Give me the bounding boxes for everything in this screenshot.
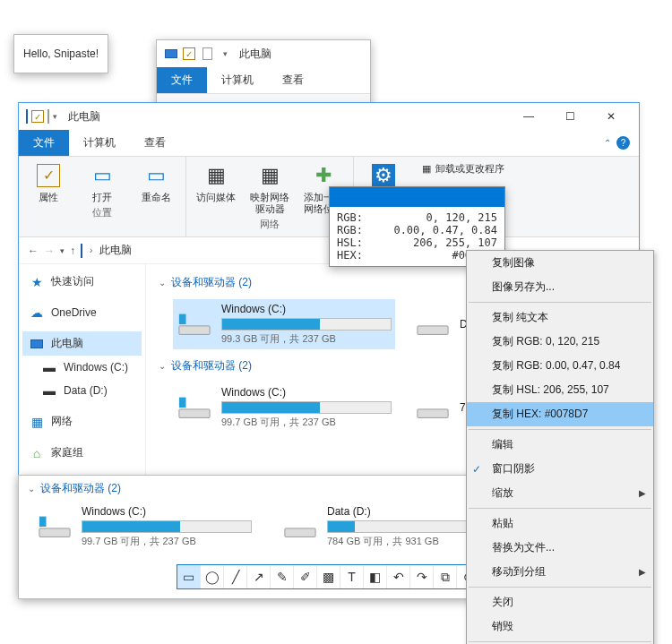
ctx-shadow[interactable]: ✓窗口阴影 (467, 457, 653, 481)
checkbox-icon: ✓ (31, 110, 44, 123)
drive-icon (177, 390, 212, 425)
sidebar-quick-access[interactable]: ★快速访问 (22, 270, 142, 294)
ctx-edit[interactable]: 编辑 (467, 433, 653, 457)
drive-icon (415, 306, 451, 342)
tool-undo[interactable]: ↶ (387, 565, 410, 588)
properties-icon: ✓ (35, 162, 62, 189)
chevron-down-icon: ⌄ (159, 361, 166, 371)
window-title: 此电脑 (68, 109, 100, 125)
tool-line[interactable]: ╱ (224, 565, 247, 588)
drive-card-c2[interactable]: Windows (C:) 99.7 GB 可用，共 237 GB (173, 382, 395, 433)
small-tab-file[interactable]: 文件 (157, 67, 207, 93)
ctx-copy-rgb-int[interactable]: 复制 RGB: 0, 120, 215 (467, 330, 653, 354)
drive-card-c[interactable]: Windows (C:) 99.7 GB 可用，共 237 GB (33, 502, 263, 552)
tool-pencil[interactable]: ✎ (271, 565, 294, 588)
ctx-copy-hsl[interactable]: 复制 HSL: 206, 255, 107 (467, 378, 653, 402)
sidebar-data-d[interactable]: ▬Data (D:) (22, 379, 142, 402)
tool-rectangle[interactable]: ▭ (177, 565, 201, 588)
nav-history-icon[interactable]: ▾ (60, 246, 65, 255)
svg-rect-5 (418, 409, 448, 418)
ribbon-properties[interactable]: ✓属性 (28, 162, 69, 203)
add-location-icon: ✚ (310, 162, 337, 189)
sidebar-network[interactable]: ▦网络 (22, 409, 142, 434)
svg-rect-8 (285, 528, 315, 537)
sidebar-onedrive[interactable]: ☁OneDrive (22, 301, 142, 324)
ctx-copy-image[interactable]: 复制图像 (467, 251, 653, 275)
ctx-save-image[interactable]: 图像另存为... (467, 275, 653, 299)
nav-up-icon[interactable]: ↑ (70, 245, 75, 257)
chevron-right-icon: ▶ (639, 488, 646, 498)
nav-forward-icon[interactable]: → (44, 245, 55, 257)
tool-redo[interactable]: ↷ (410, 565, 434, 588)
open-icon: ▭ (89, 162, 116, 189)
check-icon: ✓ (472, 463, 481, 476)
svg-rect-0 (179, 326, 210, 335)
close-button[interactable]: ✕ (590, 103, 632, 130)
ctx-copy-hex[interactable]: 复制 HEX: #0078D7 (467, 402, 653, 426)
tool-arrow[interactable]: ↗ (247, 565, 271, 588)
tool-eraser[interactable]: ◧ (364, 565, 387, 588)
hello-text: Hello, Snipaste! (23, 47, 99, 60)
maximize-button[interactable]: ☐ (549, 103, 590, 130)
tab-view[interactable]: 查看 (130, 130, 180, 156)
homegroup-icon: ⌂ (30, 446, 44, 460)
document-icon (47, 110, 49, 123)
small-tab-view[interactable]: 查看 (268, 67, 318, 93)
ribbon-map-drive[interactable]: ▦映射网络 驱动器 (249, 162, 290, 215)
tool-text[interactable]: T (340, 565, 364, 588)
ribbon-uninstall[interactable]: ▦卸载或更改程序 (422, 162, 504, 176)
svg-rect-7 (39, 517, 47, 527)
tab-file[interactable]: 文件 (19, 130, 69, 156)
svg-rect-4 (179, 398, 186, 408)
color-swatch (330, 187, 504, 207)
sidebar-win-c[interactable]: ▬Windows (C:) (22, 356, 142, 379)
ribbon-group-location-label: 位置 (92, 206, 112, 219)
ctx-close[interactable]: 关闭 (467, 590, 653, 614)
monitor-icon (164, 47, 178, 61)
help-icon[interactable]: ? (616, 136, 630, 150)
small-tab-computer[interactable]: 计算机 (207, 67, 268, 93)
ribbon-group-network-label: 网络 (260, 218, 280, 231)
ribbon-open[interactable]: ▭打开 (82, 162, 123, 203)
breadcrumb-text[interactable]: 此电脑 (99, 243, 132, 258)
minimize-button[interactable]: — (508, 103, 549, 130)
small-tabs: 文件 计算机 查看 (157, 67, 370, 94)
uninstall-icon: ▦ (422, 163, 431, 175)
monitor-icon (81, 245, 82, 257)
ctx-move-group[interactable]: 移动到分组▶ (467, 560, 653, 584)
clip-hello: Hello, Snipaste! (13, 34, 108, 73)
star-icon: ★ (30, 275, 44, 289)
ctx-copy-text[interactable]: 复制 纯文本 (467, 305, 653, 330)
ctx-paste[interactable]: 粘贴 (467, 511, 653, 536)
tool-marker[interactable]: ✐ (294, 565, 317, 588)
chevron-right-icon: ▶ (639, 567, 646, 577)
drive-card-c[interactable]: Windows (C:) 99.3 GB 可用，共 237 GB (173, 299, 395, 349)
nav-back-icon[interactable]: ← (28, 245, 39, 257)
gear-icon: ⚙ (370, 162, 397, 189)
tool-copy[interactable]: ⧉ (434, 565, 457, 588)
tab-computer[interactable]: 计算机 (69, 130, 130, 156)
ribbon-collapse-icon[interactable]: ⌃ (604, 138, 611, 148)
sidebar: ★快速访问 ☁OneDrive 此电脑 ▬Windows (C:) ▬Data … (19, 264, 146, 497)
ctx-zoom[interactable]: 缩放▶ (467, 481, 653, 505)
ctx-copy-rgb-float[interactable]: 复制 RGB: 0.00, 0.47, 0.84 (467, 354, 653, 378)
network-icon: ▦ (30, 415, 44, 429)
small-title-text: 此电脑 (239, 47, 271, 62)
monitor-icon (26, 110, 28, 123)
drive-icon (177, 306, 212, 342)
media-icon: ▦ (202, 162, 229, 189)
drive-icon (415, 390, 451, 425)
sidebar-thispc[interactable]: 此电脑 (22, 331, 142, 356)
drive-icon: ▬ (42, 383, 56, 398)
chevron-down-icon: ⌄ (159, 278, 166, 288)
ctx-replace[interactable]: 替换为文件... (467, 536, 653, 560)
context-menu: 复制图像 图像另存为... 复制 纯文本 复制 RGB: 0, 120, 215… (466, 250, 654, 644)
ribbon-access-media[interactable]: ▦访问媒体 (195, 162, 237, 215)
tool-ellipse[interactable]: ◯ (201, 565, 224, 588)
ctx-destroy[interactable]: 销毁 (467, 614, 653, 639)
tool-mosaic[interactable]: ▩ (317, 565, 340, 588)
checkbox-icon: ✓ (182, 47, 196, 61)
ribbon-rename[interactable]: ▭重命名 (135, 162, 177, 203)
document-icon (200, 47, 214, 61)
sidebar-homegroup[interactable]: ⌂家庭组 (22, 441, 142, 465)
